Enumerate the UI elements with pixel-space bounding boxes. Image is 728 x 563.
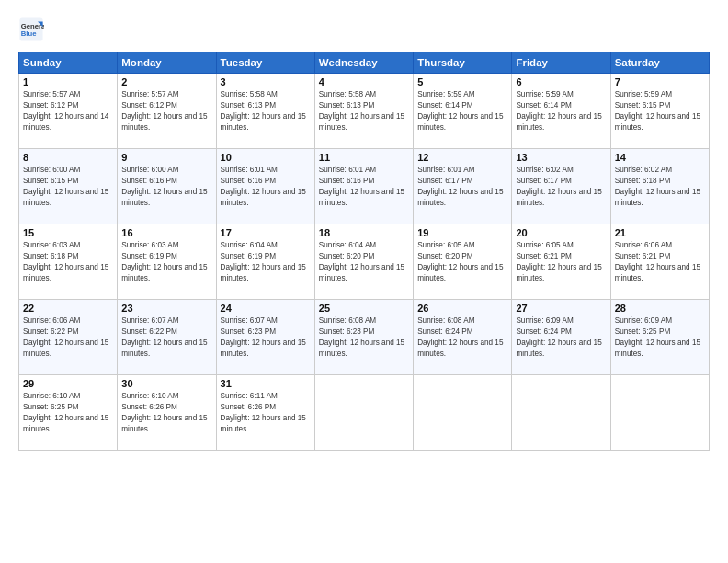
cell-info: Sunrise: 5:57 AMSunset: 6:12 PMDaylight:…: [121, 90, 207, 132]
day-number: 25: [319, 303, 409, 314]
cell-info: Sunrise: 6:11 AMSunset: 6:26 PMDaylight:…: [221, 392, 306, 433]
cell-info: Sunrise: 6:09 AMSunset: 6:24 PMDaylight:…: [516, 316, 601, 358]
calendar-cell: 19 Sunrise: 6:05 AMSunset: 6:20 PMDaylig…: [414, 224, 512, 300]
cell-info: Sunrise: 6:01 AMSunset: 6:17 PMDaylight:…: [417, 166, 503, 207]
weekday-wednesday: Wednesday: [314, 52, 413, 74]
cell-info: Sunrise: 6:10 AMSunset: 6:26 PMDaylight:…: [121, 392, 207, 433]
day-number: 26: [417, 303, 507, 314]
calendar-table: SundayMondayTuesdayWednesdayThursdayFrid…: [18, 52, 710, 451]
cell-info: Sunrise: 6:09 AMSunset: 6:25 PMDaylight:…: [615, 316, 700, 358]
calendar-cell: 7 Sunrise: 5:59 AMSunset: 6:15 PMDayligh…: [610, 74, 709, 149]
calendar-cell: 14 Sunrise: 6:02 AMSunset: 6:18 PMDaylig…: [610, 149, 709, 224]
week-row-3: 15 Sunrise: 6:03 AMSunset: 6:18 PMDaylig…: [19, 224, 710, 300]
calendar-cell: 15 Sunrise: 6:03 AMSunset: 6:18 PMDaylig…: [19, 224, 118, 300]
weekday-sunday: Sunday: [19, 52, 118, 74]
weekday-header-row: SundayMondayTuesdayWednesdayThursdayFrid…: [19, 52, 710, 74]
cell-info: Sunrise: 6:02 AMSunset: 6:17 PMDaylight:…: [516, 166, 601, 207]
day-number: 20: [516, 227, 606, 238]
cell-info: Sunrise: 6:08 AMSunset: 6:24 PMDaylight:…: [417, 316, 503, 358]
day-number: 11: [319, 152, 409, 163]
day-number: 10: [221, 152, 311, 163]
day-number: 2: [121, 76, 211, 87]
day-number: 22: [23, 303, 113, 314]
day-number: 23: [121, 303, 211, 314]
cell-info: Sunrise: 6:05 AMSunset: 6:20 PMDaylight:…: [417, 241, 503, 282]
calendar-cell: 1 Sunrise: 5:57 AMSunset: 6:12 PMDayligh…: [19, 74, 118, 149]
cell-info: Sunrise: 5:58 AMSunset: 6:13 PMDaylight:…: [221, 90, 306, 132]
calendar-cell: 21 Sunrise: 6:06 AMSunset: 6:21 PMDaylig…: [610, 224, 709, 300]
day-number: 8: [23, 152, 113, 163]
weekday-monday: Monday: [118, 52, 216, 74]
day-number: 28: [615, 303, 705, 314]
calendar-cell: 4 Sunrise: 5:58 AMSunset: 6:13 PMDayligh…: [314, 74, 413, 149]
week-row-5: 29 Sunrise: 6:10 AMSunset: 6:25 PMDaylig…: [19, 375, 710, 451]
cell-info: Sunrise: 6:04 AMSunset: 6:19 PMDaylight:…: [221, 241, 306, 282]
day-number: 21: [615, 227, 705, 238]
cell-info: Sunrise: 6:08 AMSunset: 6:23 PMDaylight:…: [319, 316, 404, 358]
header: General Blue: [18, 17, 710, 42]
week-row-4: 22 Sunrise: 6:06 AMSunset: 6:22 PMDaylig…: [19, 300, 710, 375]
weekday-saturday: Saturday: [610, 52, 709, 74]
day-number: 14: [615, 152, 705, 163]
calendar-cell: 17 Sunrise: 6:04 AMSunset: 6:19 PMDaylig…: [216, 224, 314, 300]
cell-info: Sunrise: 5:59 AMSunset: 6:14 PMDaylight:…: [516, 90, 601, 132]
calendar-cell: 12 Sunrise: 6:01 AMSunset: 6:17 PMDaylig…: [414, 149, 512, 224]
day-number: 3: [221, 76, 311, 87]
calendar-cell: 18 Sunrise: 6:04 AMSunset: 6:20 PMDaylig…: [314, 224, 413, 300]
calendar-cell: 23 Sunrise: 6:07 AMSunset: 6:22 PMDaylig…: [118, 300, 216, 375]
day-number: 6: [516, 76, 606, 87]
cell-info: Sunrise: 6:03 AMSunset: 6:19 PMDaylight:…: [121, 241, 207, 282]
cell-info: Sunrise: 6:06 AMSunset: 6:22 PMDaylight:…: [23, 316, 108, 358]
logo: General Blue: [18, 17, 48, 42]
logo-icon: General Blue: [18, 17, 44, 42]
day-number: 9: [121, 152, 211, 163]
cell-info: Sunrise: 6:05 AMSunset: 6:21 PMDaylight:…: [516, 241, 601, 282]
day-number: 29: [23, 378, 113, 389]
weekday-tuesday: Tuesday: [216, 52, 314, 74]
calendar-cell: 9 Sunrise: 6:00 AMSunset: 6:16 PMDayligh…: [118, 149, 216, 224]
page: General Blue SundayMondayTuesdayWednesda…: [0, 0, 728, 563]
calendar-cell: 3 Sunrise: 5:58 AMSunset: 6:13 PMDayligh…: [216, 74, 314, 149]
cell-info: Sunrise: 6:04 AMSunset: 6:20 PMDaylight:…: [319, 241, 404, 282]
day-number: 17: [221, 227, 311, 238]
day-number: 18: [319, 227, 409, 238]
day-number: 15: [23, 227, 113, 238]
cell-info: Sunrise: 6:03 AMSunset: 6:18 PMDaylight:…: [23, 241, 108, 282]
cell-info: Sunrise: 6:00 AMSunset: 6:15 PMDaylight:…: [23, 166, 108, 207]
calendar-cell: 29 Sunrise: 6:10 AMSunset: 6:25 PMDaylig…: [19, 375, 118, 451]
weekday-thursday: Thursday: [414, 52, 512, 74]
cell-info: Sunrise: 5:59 AMSunset: 6:14 PMDaylight:…: [417, 90, 503, 132]
week-row-2: 8 Sunrise: 6:00 AMSunset: 6:15 PMDayligh…: [19, 149, 710, 224]
day-number: 27: [516, 303, 606, 314]
calendar-cell: 10 Sunrise: 6:01 AMSunset: 6:16 PMDaylig…: [216, 149, 314, 224]
day-number: 1: [23, 76, 113, 87]
day-number: 7: [615, 76, 705, 87]
cell-info: Sunrise: 6:02 AMSunset: 6:18 PMDaylight:…: [615, 166, 700, 207]
calendar-cell: 25 Sunrise: 6:08 AMSunset: 6:23 PMDaylig…: [314, 300, 413, 375]
day-number: 12: [417, 152, 507, 163]
cell-info: Sunrise: 6:01 AMSunset: 6:16 PMDaylight:…: [221, 166, 306, 207]
calendar-cell: [610, 375, 709, 451]
calendar-cell: [314, 375, 413, 451]
cell-info: Sunrise: 5:57 AMSunset: 6:12 PMDaylight:…: [23, 90, 108, 132]
week-row-1: 1 Sunrise: 5:57 AMSunset: 6:12 PMDayligh…: [19, 74, 710, 149]
cell-info: Sunrise: 6:07 AMSunset: 6:22 PMDaylight:…: [121, 316, 207, 358]
calendar-cell: [414, 375, 512, 451]
calendar-cell: 11 Sunrise: 6:01 AMSunset: 6:16 PMDaylig…: [314, 149, 413, 224]
day-number: 24: [221, 303, 311, 314]
calendar-cell: 30 Sunrise: 6:10 AMSunset: 6:26 PMDaylig…: [118, 375, 216, 451]
cell-info: Sunrise: 6:10 AMSunset: 6:25 PMDaylight:…: [23, 392, 108, 433]
calendar-cell: 27 Sunrise: 6:09 AMSunset: 6:24 PMDaylig…: [512, 300, 610, 375]
day-number: 19: [417, 227, 507, 238]
calendar-cell: 26 Sunrise: 6:08 AMSunset: 6:24 PMDaylig…: [414, 300, 512, 375]
day-number: 4: [319, 76, 409, 87]
calendar-cell: 2 Sunrise: 5:57 AMSunset: 6:12 PMDayligh…: [118, 74, 216, 149]
day-number: 30: [121, 378, 211, 389]
calendar-cell: 31 Sunrise: 6:11 AMSunset: 6:26 PMDaylig…: [216, 375, 314, 451]
calendar-cell: 8 Sunrise: 6:00 AMSunset: 6:15 PMDayligh…: [19, 149, 118, 224]
cell-info: Sunrise: 6:07 AMSunset: 6:23 PMDaylight:…: [221, 316, 306, 358]
day-number: 5: [417, 76, 507, 87]
day-number: 13: [516, 152, 606, 163]
cell-info: Sunrise: 5:58 AMSunset: 6:13 PMDaylight:…: [319, 90, 404, 132]
cell-info: Sunrise: 6:00 AMSunset: 6:16 PMDaylight:…: [121, 166, 207, 207]
